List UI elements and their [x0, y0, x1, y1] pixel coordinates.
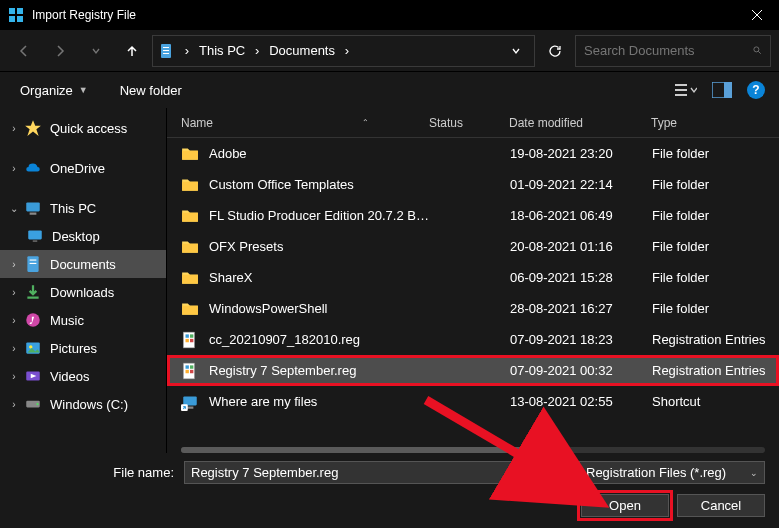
svg-rect-34: [190, 365, 193, 368]
file-name: OFX Presets: [209, 239, 430, 254]
search-input[interactable]: [584, 43, 752, 58]
expand-icon[interactable]: ›: [6, 371, 22, 382]
organize-button[interactable]: Organize ▼: [14, 79, 94, 102]
svg-rect-28: [186, 334, 189, 337]
sidebar-videos[interactable]: › Videos: [0, 362, 166, 390]
file-name: Where are my files: [209, 394, 430, 409]
expand-icon[interactable]: ›: [6, 287, 22, 298]
file-type: Registration Entries: [652, 332, 779, 347]
svg-point-8: [754, 46, 759, 51]
svg-rect-37: [183, 396, 197, 405]
column-headers: Name ⌃ Status Date modified Type: [167, 108, 779, 138]
expand-icon[interactable]: ›: [6, 315, 22, 326]
refresh-button[interactable]: [539, 35, 571, 67]
file-row[interactable]: FL Studio Producer Edition 20.7.2 Build …: [167, 200, 779, 231]
file-date: 07-09-2021 18:23: [510, 332, 652, 347]
chevron-right-icon[interactable]: ›: [251, 43, 263, 58]
file-date: 18-06-2021 06:49: [510, 208, 652, 223]
sidebar-label: This PC: [50, 201, 96, 216]
expand-icon[interactable]: ›: [6, 399, 22, 410]
close-button[interactable]: [734, 0, 779, 30]
chevron-down-icon[interactable]: ⌄: [750, 468, 758, 478]
file-row[interactable]: Where are my files13-08-2021 02:55Shortc…: [167, 386, 779, 417]
column-name[interactable]: Name ⌃: [181, 116, 429, 130]
breadcrumb-this-pc[interactable]: This PC: [195, 43, 249, 58]
sidebar-documents[interactable]: › Documents: [0, 250, 166, 278]
filetype-select[interactable]: Registration Files (*.reg) ⌄: [579, 461, 765, 484]
expand-icon[interactable]: ›: [6, 343, 22, 354]
sidebar-pictures[interactable]: › Pictures: [0, 334, 166, 362]
svg-rect-30: [186, 338, 189, 341]
column-date[interactable]: Date modified: [509, 116, 651, 130]
file-name: cc_20210907_182010.reg: [209, 332, 430, 347]
sidebar-onedrive[interactable]: › OneDrive: [0, 154, 166, 182]
chevron-right-icon[interactable]: ›: [181, 43, 193, 58]
sidebar-this-pc[interactable]: ⌄ This PC: [0, 194, 166, 222]
sidebar-label: OneDrive: [50, 161, 105, 176]
documents-icon: [24, 256, 42, 272]
svg-rect-6: [163, 50, 169, 51]
search-icon: [752, 43, 762, 59]
documents-icon: [159, 43, 175, 59]
folder-icon: [181, 146, 199, 162]
up-button[interactable]: [116, 35, 148, 67]
svg-rect-17: [33, 241, 38, 242]
collapse-icon[interactable]: ⌄: [6, 203, 22, 214]
chevron-right-icon[interactable]: ›: [341, 43, 353, 58]
expand-icon[interactable]: ›: [6, 259, 22, 270]
chevron-down-icon[interactable]: ⌄: [554, 468, 562, 478]
horizontal-scrollbar[interactable]: [181, 447, 765, 453]
sidebar-desktop[interactable]: Desktop: [0, 222, 166, 250]
cancel-button[interactable]: Cancel: [677, 494, 765, 517]
search-box[interactable]: [575, 35, 771, 67]
file-date: 07-09-2021 00:32: [510, 363, 652, 378]
toolbar: Organize ▼ New folder ?: [0, 72, 779, 108]
file-row[interactable]: cc_20210907_182010.reg07-09-2021 18:23Re…: [167, 324, 779, 355]
column-type[interactable]: Type: [651, 116, 779, 130]
expand-icon[interactable]: ›: [6, 123, 22, 134]
folder-icon: [181, 239, 199, 255]
file-type: File folder: [652, 239, 779, 254]
new-folder-button[interactable]: New folder: [114, 79, 188, 102]
back-button[interactable]: [8, 35, 40, 67]
file-row[interactable]: Registry 7 September.reg07-09-2021 00:32…: [167, 355, 779, 386]
sidebar-music[interactable]: › Music: [0, 306, 166, 334]
file-date: 28-08-2021 16:27: [510, 301, 652, 316]
file-row[interactable]: OFX Presets20-08-2021 01:16File folder: [167, 231, 779, 262]
svg-rect-7: [163, 53, 169, 54]
svg-rect-19: [30, 260, 37, 261]
chevron-down-icon: ▼: [79, 85, 88, 95]
file-date: 01-09-2021 22:14: [510, 177, 652, 192]
sidebar-windows-c[interactable]: › Windows (C:): [0, 390, 166, 418]
sort-ascending-icon: ⌃: [362, 118, 369, 127]
sidebar-quick-access[interactable]: › Quick access: [0, 114, 166, 142]
star-icon: [24, 120, 42, 136]
scrollbar-thumb[interactable]: [181, 447, 531, 453]
app-icon: [8, 7, 24, 23]
forward-button[interactable]: [44, 35, 76, 67]
open-button[interactable]: Open: [581, 494, 669, 517]
svg-rect-2: [9, 16, 15, 22]
file-row[interactable]: Custom Office Templates01-09-2021 22:14F…: [167, 169, 779, 200]
file-row[interactable]: Adobe19-08-2021 23:20File folder: [167, 138, 779, 169]
file-list-body: Adobe19-08-2021 23:20File folderCustom O…: [167, 138, 779, 441]
file-type: File folder: [652, 301, 779, 316]
file-row[interactable]: WindowsPowerShell28-08-2021 16:27File fo…: [167, 293, 779, 324]
preview-pane-button[interactable]: [711, 81, 733, 99]
help-button[interactable]: ?: [747, 81, 765, 99]
svg-rect-15: [30, 213, 37, 215]
file-row[interactable]: ShareX06-09-2021 15:28File folder: [167, 262, 779, 293]
filename-input[interactable]: Registry 7 September.reg ⌄: [184, 461, 569, 484]
address-bar[interactable]: › This PC › Documents ›: [152, 35, 535, 67]
address-dropdown[interactable]: [504, 46, 528, 56]
expand-icon[interactable]: ›: [6, 163, 22, 174]
file-type: File folder: [652, 208, 779, 223]
svg-rect-5: [163, 47, 169, 48]
navigation-pane: › Quick access › OneDrive ⌄ This PC Desk…: [0, 108, 167, 453]
svg-rect-16: [28, 230, 42, 239]
view-options-button[interactable]: [675, 81, 697, 99]
sidebar-downloads[interactable]: › Downloads: [0, 278, 166, 306]
column-status[interactable]: Status: [429, 116, 509, 130]
breadcrumb-documents[interactable]: Documents: [265, 43, 339, 58]
recent-dropdown[interactable]: [80, 35, 112, 67]
